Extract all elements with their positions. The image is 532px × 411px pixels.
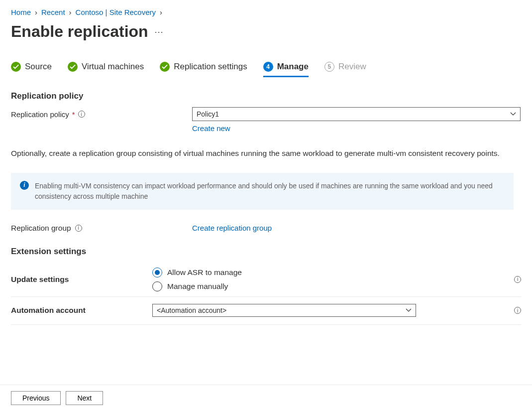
step-label: Review xyxy=(338,62,366,72)
step-virtual-machines[interactable]: Virtual machines xyxy=(68,62,144,77)
check-circle-icon xyxy=(11,62,21,72)
chevron-right-icon: › xyxy=(35,8,37,16)
chevron-right-icon: › xyxy=(160,8,162,16)
step-source[interactable]: Source xyxy=(11,62,52,77)
step-number-icon: 5 xyxy=(324,62,334,72)
radio-icon xyxy=(152,281,162,291)
radio-allow-asr[interactable]: Allow ASR to manage xyxy=(152,268,506,277)
radio-icon xyxy=(152,268,162,277)
radio-label: Allow ASR to manage xyxy=(167,268,242,277)
breadcrumb-recent[interactable]: Recent xyxy=(41,8,65,16)
dropdown-value: Policy1 xyxy=(197,110,219,118)
check-circle-icon xyxy=(68,62,78,72)
create-new-policy-link[interactable]: Create new xyxy=(192,124,521,133)
wizard-tabs: Source Virtual machines Replication sett… xyxy=(11,62,521,77)
previous-button[interactable]: Previous xyxy=(11,391,61,405)
check-circle-icon xyxy=(160,62,170,72)
label-replication-policy: Replication policy * i xyxy=(11,110,182,119)
step-replication-settings[interactable]: Replication settings xyxy=(160,62,247,77)
label-replication-group: Replication group i xyxy=(11,224,182,233)
automation-account-dropdown[interactable]: <Automation account> xyxy=(152,304,416,317)
info-icon[interactable]: i xyxy=(75,225,82,232)
info-banner-text: Enabling multi-VM consistency can impact… xyxy=(35,181,505,202)
step-label: Source xyxy=(25,62,52,72)
info-icon: i xyxy=(20,181,29,190)
label-update-settings: Update settings xyxy=(11,275,152,284)
footer-bar: Previous Next xyxy=(0,385,532,411)
breadcrumb: Home › Recent › Contoso | Site Recovery … xyxy=(11,8,521,16)
radio-manage-manually[interactable]: Manage manually xyxy=(152,281,506,291)
info-icon[interactable]: i xyxy=(78,111,85,118)
breadcrumb-home[interactable]: Home xyxy=(11,8,31,16)
create-replication-group-link[interactable]: Create replication group xyxy=(192,224,272,232)
chevron-down-icon xyxy=(510,111,516,117)
step-label: Manage xyxy=(277,62,309,72)
section-replication-policy: Replication policy xyxy=(11,91,521,101)
info-icon[interactable]: i xyxy=(514,276,521,283)
replication-policy-dropdown[interactable]: Policy1 xyxy=(192,107,521,121)
chevron-right-icon: › xyxy=(69,8,72,16)
section-extension-settings: Extension settings xyxy=(11,247,521,257)
label-automation-account: Automation account xyxy=(11,306,152,315)
radio-label: Manage manually xyxy=(167,282,228,291)
step-number-icon: 4 xyxy=(263,62,273,72)
info-icon[interactable]: i xyxy=(514,307,521,314)
step-review: 5 Review xyxy=(324,62,366,77)
step-manage[interactable]: 4 Manage xyxy=(263,62,309,77)
page-title: Enable replication xyxy=(11,22,148,41)
next-button[interactable]: Next xyxy=(66,391,103,405)
more-actions-button[interactable]: ⋯ xyxy=(154,26,164,37)
breadcrumb-resource[interactable]: Contoso | Site Recovery xyxy=(76,8,156,16)
dropdown-value: <Automation account> xyxy=(157,306,226,314)
info-banner: i Enabling multi-VM consistency can impa… xyxy=(11,173,514,210)
chevron-down-icon xyxy=(406,307,412,313)
required-icon: * xyxy=(72,110,75,119)
step-label: Replication settings xyxy=(174,62,247,72)
replication-group-description: Optionally, create a replication group c… xyxy=(11,147,514,160)
step-label: Virtual machines xyxy=(82,62,144,72)
